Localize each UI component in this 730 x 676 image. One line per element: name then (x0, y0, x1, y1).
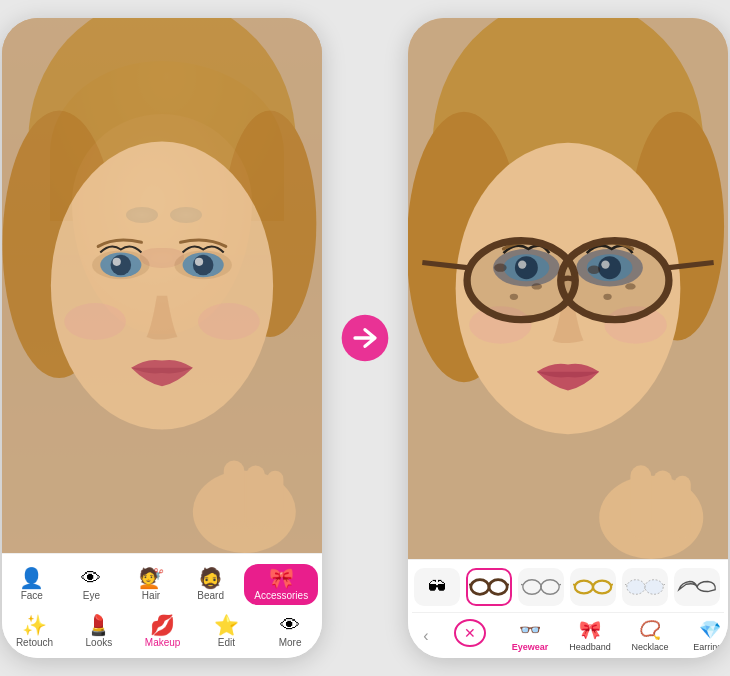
svg-point-64 (645, 580, 663, 595)
headband-label: Headband (569, 642, 611, 652)
nav-face[interactable]: 👤 Face (6, 566, 58, 603)
nav-makeup[interactable]: 💋 Makeup (137, 613, 189, 650)
category-remove[interactable]: ✕ (440, 617, 500, 654)
svg-point-43 (510, 294, 518, 300)
makeup-label: Makeup (145, 637, 181, 648)
right-phone: 🕶 (408, 18, 728, 658)
face-icon: 👤 (19, 568, 44, 588)
looks-label: Looks (86, 637, 113, 648)
svg-point-13 (64, 303, 126, 340)
svg-point-9 (111, 255, 132, 276)
accessories-panel: 🕶 (408, 559, 728, 658)
beard-icon: 🧔 (198, 568, 223, 588)
arrow-container (340, 313, 390, 363)
nav-beard[interactable]: 🧔 Beard (185, 566, 237, 603)
makeup-icon: 💋 (150, 615, 175, 635)
nav-edit[interactable]: ⭐ Edit (200, 613, 252, 650)
nav-eye[interactable]: 👁 Eye (65, 566, 117, 603)
eye-icon: 👁 (81, 568, 101, 588)
svg-point-38 (561, 241, 669, 320)
svg-rect-48 (630, 465, 651, 538)
svg-point-60 (593, 581, 611, 594)
svg-point-10 (193, 255, 214, 276)
svg-line-66 (625, 584, 627, 585)
tortoise-glasses-icon-box (466, 568, 512, 606)
hair-label: Hair (142, 590, 160, 601)
svg-rect-17 (246, 466, 265, 533)
earrings-icon: 💎 (699, 619, 721, 641)
arrow-icon (340, 313, 390, 363)
svg-rect-50 (674, 476, 691, 538)
category-scroll: ✕ 👓 Eyewear 🎀 Headband 📿 Necklace (440, 617, 724, 654)
svg-line-67 (663, 584, 665, 585)
necklace-icon: 📿 (639, 619, 661, 641)
category-earrings[interactable]: 💎 Earrings (680, 617, 724, 654)
headband-icon: 🎀 (579, 619, 601, 641)
edit-label: Edit (218, 637, 235, 648)
rimless-glasses-icon-box (622, 568, 668, 606)
necklace-label: Necklace (631, 642, 668, 652)
svg-line-61 (573, 584, 575, 585)
tortoise-glasses-item[interactable] (466, 568, 512, 606)
all-glasses-item[interactable]: 🕶 (414, 568, 460, 606)
right-photo (408, 18, 728, 559)
svg-rect-18 (267, 471, 283, 533)
eyewear-icon: 👓 (519, 619, 541, 641)
svg-rect-49 (653, 471, 672, 539)
gold-glasses-icon-box (570, 568, 616, 606)
gold-glasses-item[interactable] (570, 568, 616, 606)
back-button[interactable]: ‹ (412, 622, 440, 650)
svg-line-62 (611, 584, 613, 585)
cat-glasses-icon-box (674, 568, 720, 606)
svg-line-58 (559, 584, 561, 585)
beard-label: Beard (197, 590, 224, 601)
left-photo (2, 18, 322, 553)
retouch-icon: ✨ (22, 615, 47, 635)
svg-point-14 (198, 303, 260, 340)
nav-row-1: 👤 Face 👁 Eye 💇 Hair 🧔 Beard 🎀 Acc (2, 560, 322, 609)
hair-icon: 💇 (139, 568, 164, 588)
accessories-icon: 🎀 (269, 568, 294, 588)
app-container: 👤 Face 👁 Eye 💇 Hair 🧔 Beard 🎀 Acc (0, 0, 730, 676)
svg-line-54 (507, 584, 509, 585)
category-headband[interactable]: 🎀 Headband (560, 617, 620, 654)
nav-accessories[interactable]: 🎀 Accessories (244, 564, 318, 605)
svg-point-63 (627, 580, 645, 595)
face-label: Face (21, 590, 43, 601)
svg-point-44 (588, 266, 600, 274)
svg-point-42 (532, 283, 542, 289)
left-bottom-nav: 👤 Face 👁 Eye 💇 Hair 🧔 Beard 🎀 Acc (2, 553, 322, 658)
all-glasses-icon-box: 🕶 (414, 568, 460, 606)
category-necklace[interactable]: 📿 Necklace (620, 617, 680, 654)
svg-line-57 (521, 584, 523, 585)
remove-icon: ✕ (454, 619, 486, 647)
cat-glasses-item[interactable] (674, 568, 720, 606)
svg-line-53 (469, 584, 471, 585)
nav-retouch[interactable]: ✨ Retouch (8, 613, 61, 650)
eye-label: Eye (83, 590, 100, 601)
svg-point-51 (471, 580, 489, 595)
svg-point-41 (494, 264, 506, 272)
glasses-swatches: 🕶 (412, 566, 724, 610)
left-phone: 👤 Face 👁 Eye 💇 Hair 🧔 Beard 🎀 Acc (2, 18, 322, 658)
category-eyewear[interactable]: 👓 Eyewear (500, 617, 560, 654)
looks-icon: 💄 (86, 615, 111, 635)
accessories-label: Accessories (254, 590, 308, 601)
nav-hair[interactable]: 💇 Hair (125, 566, 177, 603)
nav-more[interactable]: 👁 More (264, 613, 316, 650)
rimless-glasses-item[interactable] (622, 568, 668, 606)
more-label: More (279, 637, 302, 648)
svg-point-11 (113, 258, 121, 266)
wire-glasses-item[interactable] (518, 568, 564, 606)
eyewear-label: Eyewear (512, 642, 549, 652)
svg-point-52 (489, 580, 507, 595)
svg-point-46 (603, 294, 611, 300)
category-row: ‹ ✕ 👓 Eyewear 🎀 Headband 📿 (412, 612, 724, 654)
svg-rect-16 (224, 460, 245, 532)
nav-row-2: ✨ Retouch 💄 Looks 💋 Makeup ⭐ Edit 👁 (2, 609, 322, 654)
nav-looks[interactable]: 💄 Looks (73, 613, 125, 650)
earrings-label: Earrings (693, 642, 724, 652)
svg-point-55 (523, 580, 541, 595)
svg-point-45 (625, 283, 635, 289)
svg-point-56 (541, 580, 559, 595)
